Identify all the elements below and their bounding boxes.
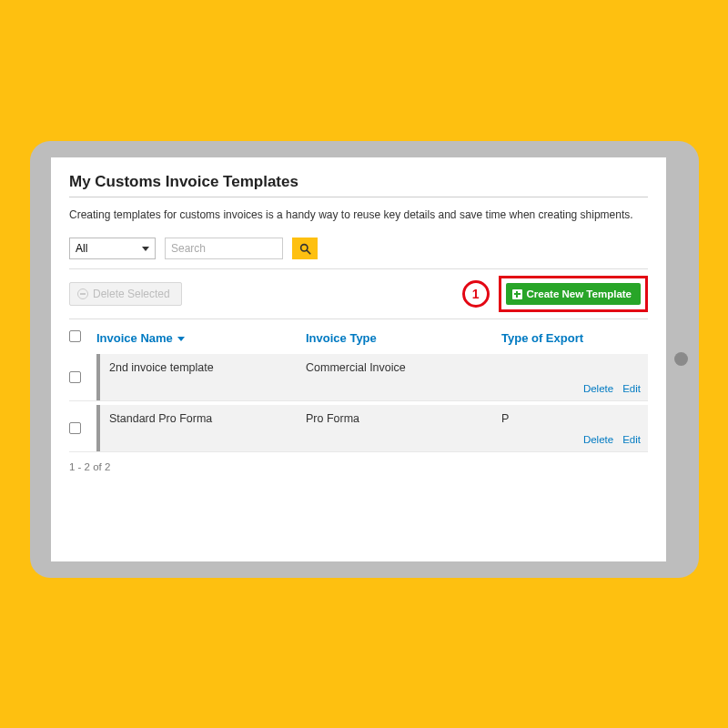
header-invoice-name-label: Invoice Name [96,331,173,345]
row-check-cell [69,405,96,451]
create-action-group: 1 Create New Template [462,276,648,312]
page-title: My Customs Invoice Templates [69,173,648,197]
step-callout: 1 [462,280,490,308]
table-header-row: Invoice Name Invoice Type Type of Export [69,319,648,354]
search-button[interactable] [292,238,318,259]
create-highlight: Create New Template [499,276,648,312]
create-button-label: Create New Template [527,288,632,299]
select-all-checkbox[interactable] [69,330,81,342]
plus-icon [512,289,522,299]
cell-invoice-name: Standard Pro Forma [109,412,306,429]
header-invoice-name[interactable]: Invoice Name [96,331,306,345]
filter-select[interactable]: All [69,238,156,259]
row-delete-link[interactable]: Delete [583,383,613,394]
pagination-text: 1 - 2 of 2 [69,461,648,472]
minus-circle-icon [77,288,88,299]
table-row: 2nd invoice template Commercial Invoice … [69,354,648,401]
table-row: Standard Pro Forma Pro Forma P Delete Ed… [69,405,648,452]
tablet-frame: My Customs Invoice Templates Creating te… [30,141,699,578]
sort-desc-icon [177,337,185,341]
svg-line-1 [307,250,310,254]
step-callout-number: 1 [472,287,480,301]
page-subtitle: Creating templates for customs invoices … [69,208,648,221]
header-invoice-type[interactable]: Invoice Type [306,331,501,345]
row-edit-link[interactable]: Edit [622,434,641,445]
toolbar: All [69,238,648,269]
row-body[interactable]: Standard Pro Forma Pro Forma P Delete Ed… [96,405,648,451]
row-data: Standard Pro Forma Pro Forma P [109,412,648,429]
header-export-type[interactable]: Type of Export [501,331,648,345]
row-checkbox[interactable] [69,422,81,434]
action-row: Delete Selected 1 Create New Template [69,269,648,319]
row-checkbox[interactable] [69,371,81,383]
row-check-cell [69,354,96,400]
row-data: 2nd invoice template Commercial Invoice [109,361,648,378]
search-icon [299,243,311,255]
row-actions: Delete Edit [109,429,648,449]
create-new-template-button[interactable]: Create New Template [506,283,641,305]
cell-invoice-name: 2nd invoice template [109,361,306,378]
cell-export-type [501,361,648,378]
tablet-home-button[interactable] [674,352,688,366]
delete-selected-label: Delete Selected [93,288,170,300]
search-input[interactable] [165,238,283,259]
row-delete-link[interactable]: Delete [583,434,613,445]
select-all-cell [69,330,96,345]
row-body[interactable]: 2nd invoice template Commercial Invoice … [96,354,648,400]
chevron-down-icon [142,247,149,251]
row-actions: Delete Edit [109,378,648,398]
delete-selected-button[interactable]: Delete Selected [69,282,182,306]
cell-invoice-type: Commercial Invoice [306,361,501,378]
row-edit-link[interactable]: Edit [622,383,641,394]
filter-select-value: All [76,242,87,255]
cell-invoice-type: Pro Forma [306,412,501,429]
cell-export-type: P [501,412,648,429]
app-screen: My Customs Invoice Templates Creating te… [51,157,666,561]
